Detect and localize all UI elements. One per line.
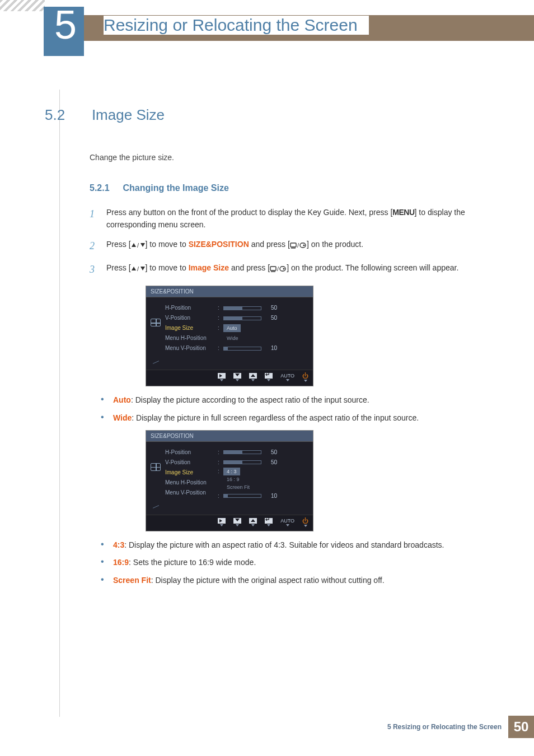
bullet-dot: • [101,412,113,424]
text-fragment: Press any button on the front of the pro… [106,208,392,217]
osd-slider [223,316,261,320]
svg-marker-10 [140,267,145,270]
osd-slider [223,306,261,310]
text-fragment: ] to move to [146,240,189,249]
step-text: Press [/] to move to SIZE&POSITION and p… [106,239,506,254]
text-fragment: and press [ [249,240,290,249]
page-content: 5.2 Image Size Change the picture size. … [45,106,506,592]
osd-row: V-Position [165,458,218,468]
section-intro: Change the picture size. [90,153,506,162]
footer-label: 5 Resizing or Relocating the Screen [387,723,502,731]
term: SIZE&POSITION [189,240,249,249]
nav-up-icon [249,518,257,524]
bullet: • 16:9: Sets the picture to 16:9 wide mo… [101,557,506,569]
bullet-dot: • [101,539,113,552]
bullet-list-b: • 4:3: Display the picture with an aspec… [101,539,506,587]
nav-power-icon: ⏻ [302,372,308,379]
bullet-text: : Sets the picture to 16:9 wide mode. [129,558,256,567]
osd-title: SIZE&POSITION [146,431,313,442]
section-title: Image Size [92,106,165,123]
subsection-number: 5.2.1 [90,183,120,193]
text-fragment: ] to move to [146,263,189,272]
bullet: • Wide: Display the picture in full scre… [101,412,506,424]
osd-slider [223,494,261,498]
text-fragment: Press [ [106,240,131,249]
step-3: 3 Press [/] to move to Image Size and pr… [90,262,506,278]
osd-value: 10 [266,343,277,353]
bullet-text: : Display the picture with an aspect rat… [124,540,444,549]
osd-slider [223,460,261,464]
step-1: 1 Press any button on the front of the p… [90,207,506,231]
osd-row: Menu V-Position [165,343,218,353]
term: Wide [113,413,132,422]
source-enter-icon: / [270,265,287,272]
step-text: Press [/] to move to Image Size and pres… [106,262,506,278]
nav-enter-icon [265,518,273,524]
nav-back-icon [218,518,226,524]
text-fragment: ] on the product. [307,240,363,249]
source-enter-icon: / [290,242,307,249]
osd-row: H-Position [165,447,218,458]
svg-rect-11 [270,267,276,270]
section-number: 5.2 [45,106,90,124]
bullet: • 4:3: Display the picture with an aspec… [101,539,506,552]
bullet-text: : Display the picture according to the a… [131,395,369,404]
bullet-list-a: • Auto: Display the picture according to… [101,394,506,424]
term: Auto [113,395,131,404]
nav-down-icon [233,518,241,524]
osd-screenshot-1: SIZE&POSITION H-Position V-Position Imag… [146,286,506,386]
osd-category-icon [151,319,161,326]
step-list: 1 Press any button on the front of the p… [90,207,506,278]
nav-auto-label: AUTO [280,518,294,524]
text-fragment: ] on the product. The following screen w… [287,263,458,272]
osd-row-selected: Image Size [165,468,218,478]
bullet: • Screen Fit: Display the picture with t… [101,575,506,587]
chapter-title: Resizing or Relocating the Screen [104,16,369,35]
osd-title: SIZE&POSITION [146,286,313,297]
page-footer: 5 Resizing or Relocating the Screen 50 [387,716,534,738]
nav-back-icon [218,373,226,379]
osd-slider [223,450,261,454]
term: 4:3 [113,540,124,549]
page-number: 50 [508,716,534,738]
osd-divider [153,505,159,508]
osd-row: Menu V-Position [165,488,218,498]
section-heading: 5.2 Image Size [45,106,506,124]
nav-auto-label: AUTO [280,373,294,379]
term: 16:9 [113,558,129,567]
bullet-text: : Display the picture with the original … [151,576,385,585]
step-number: 3 [90,262,106,278]
nav-power-icon: ⏻ [302,517,308,524]
svg-rect-3 [291,243,296,247]
corner-hatch [0,0,45,11]
osd-option: Screen Fit [223,483,253,491]
osd-option: Wide [223,334,242,342]
bullet-dot: • [101,394,113,407]
subsection-heading: 5.2.1 Changing the Image Size [90,183,506,193]
osd-value: 10 [266,491,277,501]
svg-text:/: / [137,242,139,249]
svg-marker-8 [132,267,136,270]
bullet-dot: • [101,557,113,569]
osd-slider [223,347,261,351]
bullet-dot: • [101,575,113,587]
text-fragment: and press [ [229,263,270,272]
bullet: • Auto: Display the picture according to… [101,394,506,407]
svg-marker-0 [132,243,136,247]
nav-enter-icon [265,373,273,379]
svg-text:/: / [277,265,279,272]
osd-value: 50 [266,458,277,468]
bullet-text: : Display the picture in full screen reg… [132,413,419,422]
step-2: 2 Press [/] to move to SIZE&POSITION and… [90,239,506,254]
term: Screen Fit [113,576,151,585]
step-number: 2 [90,239,106,254]
up-down-icon: / [131,242,146,249]
osd-row-selected: Image Size [165,323,218,333]
step-number: 1 [90,207,106,231]
osd-divider [153,361,159,364]
term: Image Size [189,263,229,272]
osd-row: Menu H-Position [165,333,218,343]
osd-option-selected: Auto [223,324,241,332]
svg-point-15 [283,268,285,270]
nav-up-icon [249,373,257,379]
